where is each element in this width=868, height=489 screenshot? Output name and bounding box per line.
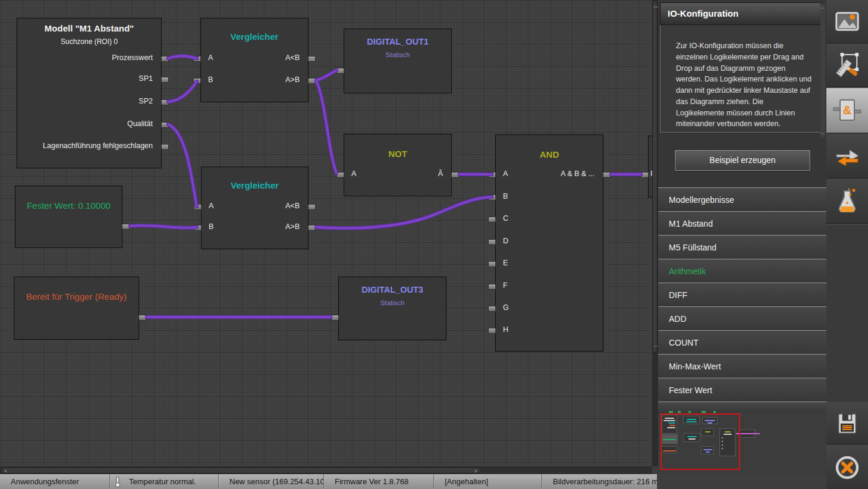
save-button[interactable] <box>826 402 868 444</box>
port-label-a-lt-b: A<B <box>285 202 300 210</box>
node-title: NOT <box>344 149 451 159</box>
scroll-down-icon[interactable]: ﹀ <box>653 343 659 351</box>
scroll-left-icon[interactable]: ‹ <box>5 468 7 474</box>
double-arrow-icon <box>833 142 861 171</box>
minimap-viewport[interactable] <box>661 413 740 470</box>
input-port-d[interactable] <box>488 239 496 245</box>
canvas-vscrollbar-track[interactable]: ︿ ﹀ <box>652 0 658 466</box>
input-port-f[interactable] <box>488 284 496 290</box>
list-item-count[interactable]: COUNT <box>658 330 826 354</box>
tab-io-configuration[interactable]: & <box>826 87 868 133</box>
input-port-e[interactable] <box>488 261 496 267</box>
status-processing-time: Bildverarbeitungsdauer: 216 ms <box>542 474 657 489</box>
diagram-minimap[interactable] <box>658 413 826 474</box>
input-port[interactable] <box>336 68 344 74</box>
list-header-modellergebnisse[interactable]: Modellergebnisse <box>658 187 826 211</box>
output-port-not-a[interactable] <box>451 172 459 178</box>
list-item-add[interactable]: ADD <box>658 306 826 330</box>
port-label-c: C <box>503 214 508 222</box>
output-port-a-gt-b[interactable] <box>308 225 316 231</box>
port-label-a-gt-b: A>B <box>285 222 300 231</box>
output-port[interactable] <box>122 224 130 230</box>
list-item-m5-fuellstand[interactable]: M5 Füllstand <box>658 235 826 259</box>
node-bereit-trigger[interactable]: Bereit für Trigger (Ready) <box>14 277 139 340</box>
input-port-a[interactable] <box>488 172 496 178</box>
list-category-arithmetik[interactable]: Arithmetik <box>658 259 826 283</box>
port-label-f: F <box>503 281 508 290</box>
logic-diagram-canvas[interactable]: Modell "M1 Abstand" Suchzone (ROI) 0 Pro… <box>0 0 652 474</box>
node-fester-wert[interactable]: Fester Wert: 0.10000 <box>15 186 122 248</box>
list-item-clipped[interactable] <box>658 402 826 413</box>
scroll-down-icon[interactable]: ﹀ <box>820 131 825 137</box>
input-port-b[interactable] <box>194 225 202 231</box>
node-partial-offscreen[interactable]: P <box>648 136 652 198</box>
node-title: Vergleicher <box>201 32 308 42</box>
panel-title: IO-Konfiguration <box>660 2 822 25</box>
list-item-m1-abstand[interactable]: M1 Abstand <box>658 211 826 235</box>
port-label-sp2: SP2 <box>139 97 153 105</box>
output-port-result[interactable] <box>603 172 611 178</box>
node-digital-out3[interactable]: DIGITAL_OUT3 Statisch <box>338 277 446 340</box>
canvas-hscrollbar-thumb[interactable]: ‹ › <box>1 467 480 474</box>
description-scrollbar[interactable]: ︿ ﹀ <box>820 4 825 138</box>
beispiel-erzeugen-button[interactable]: Beispiel erzeugen <box>675 150 810 171</box>
node-vergleicher-top[interactable]: Vergleicher A B A<B A>B <box>200 18 309 102</box>
image-icon <box>834 8 861 35</box>
output-port-sp1[interactable] <box>161 77 169 83</box>
input-port-a[interactable] <box>194 204 202 210</box>
node-subtitle: Statisch <box>344 51 451 58</box>
node-title: AND <box>496 149 603 159</box>
tab-test[interactable] <box>826 179 868 224</box>
list-item-fester-wert[interactable]: Fester Wert <box>658 378 826 402</box>
list-item-diff[interactable]: DIFF <box>658 283 826 306</box>
scroll-up-icon[interactable]: ︿ <box>820 4 825 11</box>
input-port-h[interactable] <box>488 328 496 334</box>
node-not[interactable]: NOT A Ā <box>344 134 452 196</box>
output-port-a-lt-b[interactable] <box>308 56 316 62</box>
output-port-sp2[interactable] <box>161 99 169 105</box>
port-label-b: B <box>503 192 508 200</box>
input-port-b[interactable] <box>488 195 496 200</box>
logic-block-icon: & <box>832 96 862 126</box>
output-port-qualitaet[interactable] <box>161 122 169 128</box>
application-window: Modell "M1 Abstand" Suchzone (ROI) 0 Pro… <box>0 0 868 489</box>
input-port[interactable] <box>641 172 649 178</box>
output-port-prozesswert[interactable] <box>161 56 169 62</box>
input-port-a[interactable] <box>193 56 201 62</box>
tab-model-edit[interactable] <box>826 44 868 87</box>
node-title: Bereit für Trigger (Ready) <box>14 291 139 302</box>
port-label-a-lt-b: A<B <box>285 54 300 62</box>
node-modell-m1-abstand[interactable]: Modell "M1 Abstand" Suchzone (ROI) 0 Pro… <box>17 18 162 168</box>
toolbar-spacer <box>826 224 868 402</box>
status-bar-filler <box>657 474 826 489</box>
logic-element-list: Modellergebnisse M1 Abstand M5 Füllstand… <box>658 187 826 413</box>
output-port-a-gt-b[interactable] <box>308 78 316 84</box>
port-label-sp1: SP1 <box>139 74 153 83</box>
input-port-g[interactable] <box>488 306 496 312</box>
port-label-b: B <box>208 76 213 84</box>
output-port[interactable] <box>139 315 146 321</box>
scroll-right-icon[interactable]: › <box>475 468 477 474</box>
tab-image[interactable] <box>826 0 868 43</box>
tab-interface[interactable] <box>826 134 868 178</box>
floppy-save-icon <box>834 410 860 437</box>
port-label-lagenachfuehrung: Lagenachführung fehlgeschlagen <box>43 142 153 150</box>
status-app-name: Anwendungsfenster <box>0 474 110 489</box>
output-port-lagenachfuehrung[interactable] <box>161 144 169 150</box>
input-port-c[interactable] <box>488 217 496 222</box>
input-port-b[interactable] <box>193 78 201 84</box>
input-port[interactable] <box>331 315 339 321</box>
close-button[interactable] <box>826 445 868 489</box>
canvas-vscrollbar-thumb[interactable]: ︿ ﹀ <box>652 1 658 353</box>
node-vergleicher-bottom[interactable]: Vergleicher A B A<B A>B <box>201 167 309 249</box>
input-port-a[interactable] <box>336 172 344 178</box>
canvas-hscrollbar-track[interactable]: ‹ › <box>0 466 652 474</box>
list-item-min-max-wert[interactable]: Min-Max-Wert <box>658 354 826 378</box>
panel-description: Zur IO-Konfiguration müssen die einzelne… <box>660 25 822 133</box>
output-port-a-lt-b[interactable] <box>308 204 316 210</box>
node-and[interactable]: AND A B C D E F G H A & B & ... <box>495 134 603 352</box>
node-digital-out1[interactable]: DIGITAL_OUT1 Statisch <box>344 29 452 93</box>
ruler-pencil-icon <box>834 52 861 79</box>
svg-text:&: & <box>843 104 851 117</box>
scroll-up-icon[interactable]: ︿ <box>653 2 659 10</box>
